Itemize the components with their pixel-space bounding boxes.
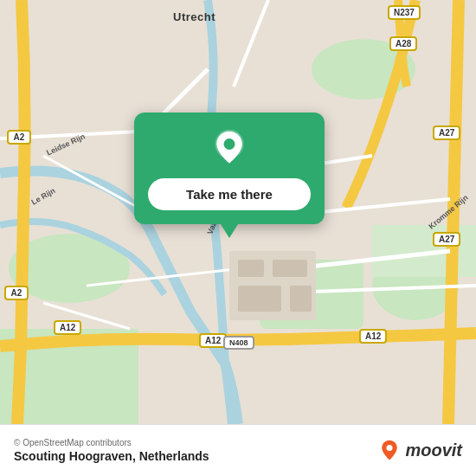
svg-point-24 — [387, 445, 393, 451]
highway-badge-n237: N237 — [388, 5, 421, 20]
location-pin-icon — [209, 128, 250, 170]
svg-point-23 — [224, 138, 235, 150]
highway-badge-a27-2: A27 — [433, 232, 460, 247]
footer-left: © OpenStreetMap contributors Scouting Ho… — [14, 438, 209, 463]
svg-rect-21 — [290, 286, 312, 312]
highway-badge-a2-1: A2 — [7, 130, 31, 145]
svg-rect-20 — [238, 286, 281, 312]
footer-bar: © OpenStreetMap contributors Scouting Ho… — [0, 424, 476, 476]
highway-badge-a27-1: A27 — [433, 125, 460, 140]
moovit-brand-text: moovit — [405, 441, 462, 460]
highway-badge-a28: A28 — [389, 36, 417, 51]
highway-badge-n408: N408 — [223, 336, 254, 350]
svg-rect-18 — [238, 260, 264, 277]
take-me-there-button[interactable]: Take me there — [148, 178, 311, 210]
city-label: Utrecht — [173, 10, 215, 23]
moovit-logo: moovit — [377, 439, 462, 463]
location-name: Scouting Hoograven, Netherlands — [14, 449, 209, 463]
svg-rect-6 — [372, 225, 476, 277]
highway-badge-a12-1: A12 — [54, 320, 81, 335]
svg-rect-19 — [273, 260, 307, 277]
map-container: Utrecht A2 A2 A12 A12 A12 A27 A27 A28 N2… — [0, 0, 476, 424]
highway-badge-a2-2: A2 — [4, 286, 29, 300]
moovit-icon — [377, 439, 402, 463]
highway-badge-a12-3: A12 — [359, 329, 387, 344]
copyright-text: © OpenStreetMap contributors — [14, 438, 209, 447]
popup-card: Take me there — [134, 113, 325, 224]
footer-right: moovit — [377, 439, 462, 463]
